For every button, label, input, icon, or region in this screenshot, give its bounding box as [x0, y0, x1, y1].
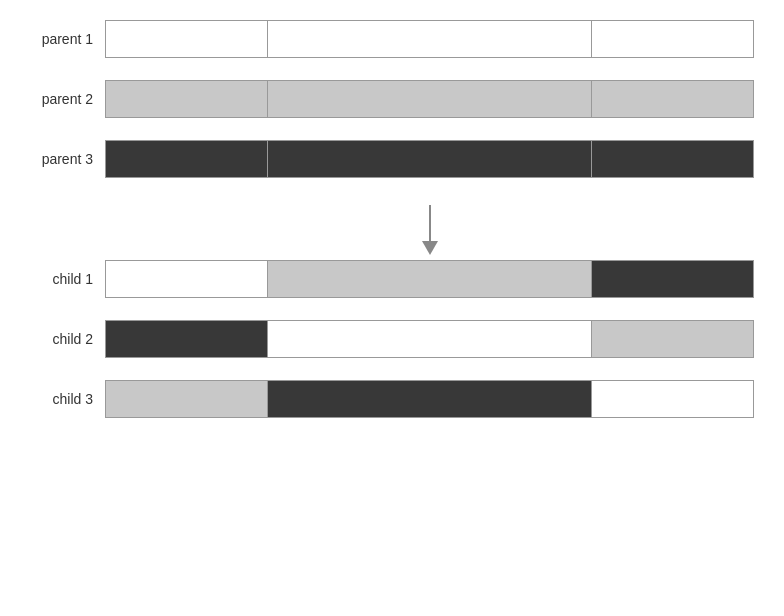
- segment-2: [592, 81, 753, 117]
- segment-2: [592, 381, 753, 417]
- segment-0: [106, 81, 268, 117]
- segment-2: [592, 261, 753, 297]
- bar-child-3: [105, 380, 754, 418]
- arrow-section: [105, 200, 754, 260]
- label-child-3: child 3: [30, 391, 105, 407]
- segment-0: [106, 381, 268, 417]
- segment-1: [268, 81, 592, 117]
- segment-1: [268, 261, 592, 297]
- row-parent-1: parent 1: [30, 20, 754, 58]
- segment-0: [106, 141, 268, 177]
- arrow-head: [422, 241, 438, 255]
- bar-parent-1: [105, 20, 754, 58]
- label-parent-2: parent 2: [30, 91, 105, 107]
- label-parent-1: parent 1: [30, 31, 105, 47]
- children-section: child 1child 2child 3: [30, 260, 754, 418]
- segment-1: [268, 141, 592, 177]
- segment-0: [106, 261, 268, 297]
- label-child-1: child 1: [30, 271, 105, 287]
- segment-0: [106, 21, 268, 57]
- bar-parent-2: [105, 80, 754, 118]
- segment-1: [268, 21, 592, 57]
- segment-1: [268, 321, 592, 357]
- row-parent-3: parent 3: [30, 140, 754, 178]
- row-child-1: child 1: [30, 260, 754, 298]
- parents-section: parent 1parent 2parent 3: [30, 20, 754, 178]
- diagram: parent 1parent 2parent 3 child 1child 2c…: [0, 0, 784, 460]
- arrow-line: [429, 205, 431, 241]
- bar-parent-3: [105, 140, 754, 178]
- bar-child-2: [105, 320, 754, 358]
- segment-1: [268, 381, 592, 417]
- label-parent-3: parent 3: [30, 151, 105, 167]
- segment-0: [106, 321, 268, 357]
- bar-child-1: [105, 260, 754, 298]
- segment-2: [592, 321, 753, 357]
- arrow: [422, 205, 438, 255]
- row-child-3: child 3: [30, 380, 754, 418]
- row-child-2: child 2: [30, 320, 754, 358]
- row-parent-2: parent 2: [30, 80, 754, 118]
- label-child-2: child 2: [30, 331, 105, 347]
- segment-2: [592, 141, 753, 177]
- segment-2: [592, 21, 753, 57]
